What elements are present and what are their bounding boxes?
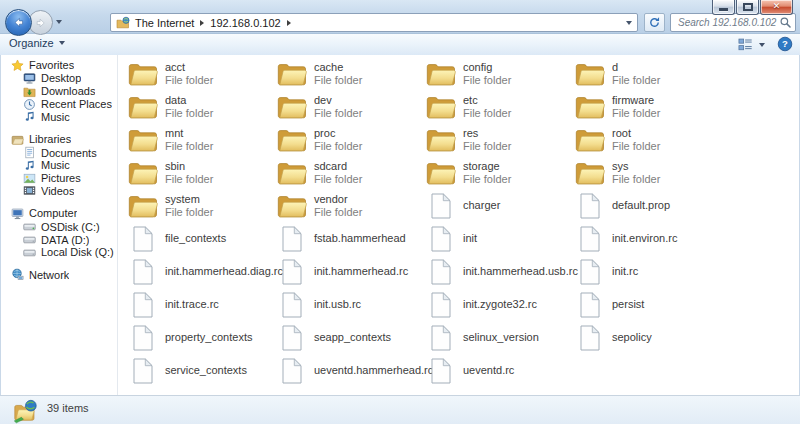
folder-tile[interactable]: rootFile folder [575, 123, 724, 156]
recent-pages-chevron[interactable] [56, 20, 62, 24]
item-type-label: File folder [165, 107, 213, 120]
item-type-label: File folder [165, 140, 213, 153]
minimize-button[interactable] [712, 0, 735, 15]
file-tile[interactable]: init.rc [575, 255, 724, 288]
file-tile[interactable]: init.hammerhead.usb.rc [426, 255, 575, 288]
folder-tile[interactable]: resFile folder [426, 123, 575, 156]
breadcrumb-separator-icon[interactable] [287, 20, 291, 26]
file-tile[interactable]: init.hammerhead.diag.rc [128, 255, 277, 288]
sidebar-item-music[interactable]: Music [2, 110, 117, 123]
breadcrumb-item-the-internet[interactable]: The Internet [135, 17, 194, 29]
sidebar-item-label: Music [41, 159, 70, 171]
item-text: ueventd.rc [463, 364, 514, 377]
close-button[interactable] [760, 0, 793, 15]
file-tile[interactable]: ueventd.rc [426, 354, 575, 387]
item-text: ueventd.hammerhead.rc [314, 364, 426, 377]
file-tile[interactable]: init.zygote32.rc [426, 288, 575, 321]
sidebar-item-desktop[interactable]: Desktop [2, 72, 117, 85]
folder-tile[interactable]: sysFile folder [575, 156, 724, 189]
sidebar-item-osdisk-c[interactable]: OSDisk (C:) [2, 220, 117, 233]
folder-icon [128, 61, 161, 87]
folder-tile[interactable]: mntFile folder [128, 123, 277, 156]
item-name: ueventd.hammerhead.rc [314, 364, 426, 377]
file-tile[interactable]: service_contexts [128, 354, 277, 387]
breadcrumb-item-host[interactable]: 192.168.0.102 [210, 17, 280, 29]
sidebar-item-local-disk-q[interactable]: Local Disk (Q:) [2, 246, 117, 259]
file-tile[interactable]: init [426, 222, 575, 255]
file-tile[interactable]: seapp_contexts [277, 321, 426, 354]
folder-tile[interactable]: cacheFile folder [277, 57, 426, 90]
sidebar-item-libraries[interactable]: Libraries [2, 132, 117, 146]
item-text: persist [612, 298, 644, 311]
folder-tile[interactable]: procFile folder [277, 123, 426, 156]
sidebar-item-videos[interactable]: Videos [2, 185, 117, 198]
file-tile[interactable]: file_contexts [128, 222, 277, 255]
sidebar-item-documents[interactable]: Documents [2, 146, 117, 159]
sidebar-item-pictures[interactable]: Pictures [2, 172, 117, 185]
search-input[interactable] [676, 16, 779, 29]
sidebar-item-computer[interactable]: Computer [2, 206, 117, 220]
item-text: rootFile folder [612, 127, 660, 153]
file-tile[interactable]: sepolicy [575, 321, 724, 354]
item-name: d [612, 61, 660, 74]
file-tile[interactable]: selinux_version [426, 321, 575, 354]
item-name: sbin [165, 160, 213, 173]
file-tile[interactable]: charger [426, 189, 575, 222]
folder-tile[interactable]: sbinFile folder [128, 156, 277, 189]
computer-icon [11, 207, 24, 220]
file-tile[interactable]: init.hammerhead.rc [277, 255, 426, 288]
organize-button[interactable]: Organize [9, 37, 65, 49]
folder-tile[interactable]: configFile folder [426, 57, 575, 90]
refresh-icon [648, 16, 661, 29]
sidebar-item-music[interactable]: Music [2, 159, 117, 172]
sidebar-item-downloads[interactable]: Downloads [2, 85, 117, 98]
file-tile[interactable]: fstab.hammerhead [277, 222, 426, 255]
sidebar-item-data-d[interactable]: DATA (D:) [2, 233, 117, 246]
folder-tile[interactable]: dFile folder [575, 57, 724, 90]
search-icon[interactable] [779, 16, 792, 29]
address-bar[interactable]: The Internet 192.168.0.102 [110, 13, 638, 32]
change-view-button[interactable] [738, 37, 765, 52]
sidebar-item-favorites[interactable]: Favorites [2, 58, 117, 72]
folder-tile[interactable]: vendorFile folder [277, 189, 426, 222]
folder-tile[interactable]: storageFile folder [426, 156, 575, 189]
folder-tile[interactable]: sdcardFile folder [277, 156, 426, 189]
file-tile[interactable]: init.trace.rc [128, 288, 277, 321]
folder-tile[interactable]: devFile folder [277, 90, 426, 123]
file-icon [426, 193, 459, 219]
item-text: init.hammerhead.usb.rc [463, 265, 575, 278]
chevron-down-icon [59, 41, 65, 45]
file-icon [277, 259, 310, 285]
file-tile[interactable]: default.prop [575, 189, 724, 222]
videos-icon [23, 184, 36, 197]
sidebar-item-recent-places[interactable]: Recent Places [2, 98, 117, 111]
folder-tile[interactable]: systemFile folder [128, 189, 277, 222]
file-tile[interactable]: persist [575, 288, 724, 321]
folder-icon [277, 127, 310, 153]
file-tile[interactable]: ueventd.hammerhead.rc [277, 354, 426, 387]
folder-tile[interactable]: dataFile folder [128, 90, 277, 123]
item-name: res [463, 127, 511, 140]
help-button[interactable]: ? [777, 36, 793, 52]
folder-tile[interactable]: firmwareFile folder [575, 90, 724, 123]
refresh-button[interactable] [644, 13, 665, 32]
sidebar-item-network[interactable]: Network [2, 268, 117, 282]
file-tile[interactable]: property_contexts [128, 321, 277, 354]
address-dropdown-icon[interactable] [626, 21, 632, 25]
file-tile[interactable]: init.usb.rc [277, 288, 426, 321]
item-text: init.trace.rc [165, 298, 219, 311]
item-text: init [463, 232, 477, 245]
item-type-label: File folder [463, 173, 511, 186]
folder-tile[interactable]: etcFile folder [426, 90, 575, 123]
breadcrumb-separator-icon[interactable] [200, 20, 204, 26]
sidebar-item-label: Music [41, 111, 70, 123]
organize-label: Organize [9, 37, 54, 49]
file-tile[interactable]: init.environ.rc [575, 222, 724, 255]
network-icon [11, 268, 24, 281]
file-icon [426, 292, 459, 318]
item-name: sepolicy [612, 331, 652, 344]
folder-tile[interactable]: acctFile folder [128, 57, 277, 90]
back-button[interactable] [5, 9, 32, 36]
maximize-button[interactable] [736, 0, 759, 15]
search-box[interactable] [670, 13, 796, 32]
